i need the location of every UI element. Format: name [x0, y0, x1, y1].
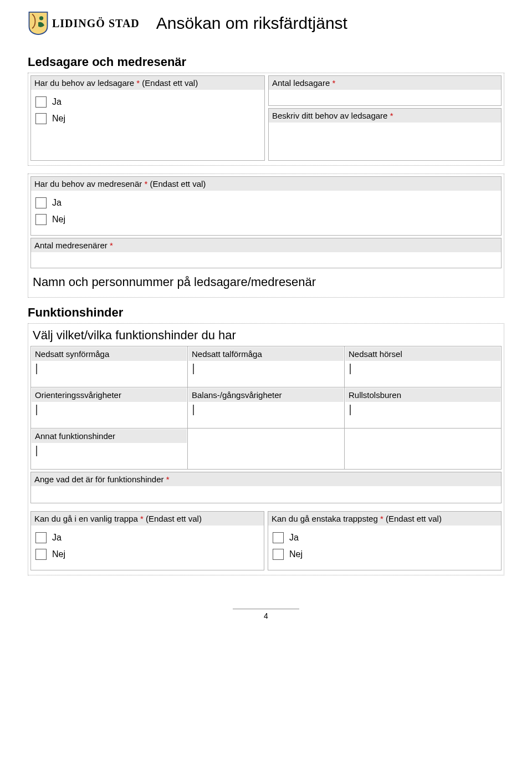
option-label: Nej [52, 114, 65, 124]
field-behov-ledsagare: Har du behov av ledsagare * (Endast ett … [30, 75, 265, 161]
input-ange-funktionshinder[interactable] [31, 486, 501, 503]
svg-point-0 [39, 16, 43, 20]
label-antal-ledsagare: Antal ledsagare * [269, 76, 501, 90]
field-beskriv-ledsagare: Beskriv ditt behov av ledsagare * [268, 108, 502, 161]
checkbox-icon[interactable] [35, 197, 47, 208]
label-behov-medresenar: Har du behov av medresenär * (Endast ett… [31, 177, 501, 191]
label-antal-medresenarer: Antal medresenärer * [31, 238, 501, 252]
funktionshinder-table: Nedsatt synförmåga Nedsatt talförmåga Ne… [30, 346, 502, 470]
checkbox-icon[interactable] [273, 549, 284, 560]
input-antal-medresenarer[interactable] [31, 252, 501, 268]
label-balans: Balans-/gångsvårigheter [188, 388, 344, 402]
option-label: Ja [52, 97, 62, 107]
option-ledsagare-nej[interactable]: Nej [35, 113, 260, 124]
option-label: Ja [52, 533, 62, 543]
funktionshinder-box: Välj vilket/vilka funktionshinder du har… [28, 323, 504, 575]
brand-logo: LIDINGÖ STAD [28, 11, 140, 35]
checkbox-annat[interactable] [36, 446, 37, 456]
label-beskriv-ledsagare: Beskriv ditt behov av ledsagare * [269, 109, 501, 123]
option-trappsteg-ja[interactable]: Ja [273, 532, 497, 543]
label-ange-funktionshinder: Ange vad det är för funktionshinder * [31, 472, 501, 486]
section-heading-funktionshinder: Funktionshinder [28, 305, 504, 320]
label-rullstol: Rullstolsburen [345, 388, 500, 402]
checkbox-nedsatt-syn[interactable] [36, 364, 37, 374]
checkbox-nedsatt-horsel[interactable] [350, 364, 351, 374]
subheading-valj-funktionshinder: Välj vilket/vilka funktionshinder du har [33, 328, 502, 343]
label-nedsatt-tal: Nedsatt talförmåga [188, 347, 344, 361]
checkbox-icon[interactable] [273, 532, 284, 543]
page-header: LIDINGÖ STAD Ansökan om riksfärdtjänst [28, 11, 504, 35]
subheading-namn-personnummer: Namn och personnummer på ledsagare/medre… [33, 275, 502, 289]
label-nedsatt-horsel: Nedsatt hörsel [345, 347, 500, 361]
option-medresenar-ja[interactable]: Ja [35, 197, 497, 208]
input-antal-ledsagare[interactable] [269, 90, 501, 105]
checkbox-icon[interactable] [35, 113, 47, 124]
field-trappsteg: Kan du gå enstaka trappsteg * (Endast et… [268, 511, 502, 570]
option-label: Ja [52, 198, 62, 208]
option-label: Nej [289, 549, 303, 559]
option-label: Ja [289, 533, 299, 543]
medresenar-box: Har du behov av medresenär * (Endast ett… [28, 174, 504, 298]
option-trappa-ja[interactable]: Ja [35, 532, 259, 543]
label-annat: Annat funktionshinder [32, 429, 187, 443]
option-trappsteg-nej[interactable]: Nej [273, 549, 497, 560]
option-medresenar-nej[interactable]: Nej [35, 214, 497, 225]
field-behov-medresenar: Har du behov av medresenär * (Endast ett… [30, 176, 502, 236]
checkbox-nedsatt-tal[interactable] [193, 364, 194, 374]
option-label: Nej [52, 549, 65, 559]
option-label: Nej [52, 215, 65, 225]
label-orientering: Orienteringssvårigheter [32, 388, 187, 402]
label-behov-ledsagare: Har du behov av ledsagare * (Endast ett … [31, 76, 264, 90]
checkbox-orientering[interactable] [36, 405, 37, 415]
brand-text: LIDINGÖ STAD [52, 17, 140, 30]
input-beskriv-ledsagare[interactable] [269, 123, 501, 160]
checkbox-rullstol[interactable] [350, 405, 351, 415]
checkbox-icon[interactable] [35, 549, 47, 560]
field-trappa: Kan du gå i en vanlig trappa * (Endast e… [30, 511, 264, 570]
option-trappa-nej[interactable]: Nej [35, 549, 259, 560]
label-trappsteg: Kan du gå enstaka trappsteg * (Endast et… [268, 512, 501, 526]
checkbox-icon[interactable] [35, 532, 47, 543]
field-antal-medresenarer: Antal medresenärer * [30, 238, 502, 268]
option-ledsagare-ja[interactable]: Ja [35, 96, 260, 108]
page-number: 4 [233, 609, 299, 620]
checkbox-balans[interactable] [193, 405, 194, 415]
label-nedsatt-syn: Nedsatt synförmåga [32, 347, 187, 361]
field-ange-funktionshinder: Ange vad det är för funktionshinder * [30, 472, 502, 503]
field-antal-ledsagare: Antal ledsagare * [268, 75, 502, 106]
page-title: Ansökan om riksfärdtjänst [156, 14, 347, 33]
checkbox-icon[interactable] [35, 214, 47, 225]
section-heading-ledsagare: Ledsagare och medresenär [28, 55, 504, 69]
shield-icon [28, 11, 49, 35]
label-trappa: Kan du gå i en vanlig trappa * (Endast e… [31, 512, 264, 526]
checkbox-icon[interactable] [35, 96, 47, 108]
ledsagare-box: Har du behov av ledsagare * (Endast ett … [28, 73, 504, 166]
